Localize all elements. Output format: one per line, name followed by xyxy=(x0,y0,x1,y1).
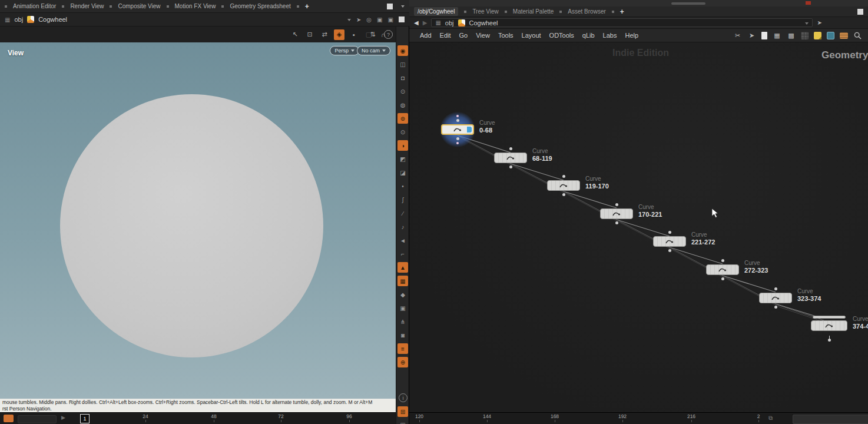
tab-material-palette[interactable]: Material Palette xyxy=(513,8,554,15)
diamond-icon[interactable]: ◆ xyxy=(397,289,408,300)
hook-icon[interactable]: ʃ xyxy=(397,194,408,205)
page-icon[interactable] xyxy=(761,32,767,39)
add-tab-button[interactable]: + xyxy=(620,8,624,16)
node-input-connector[interactable] xyxy=(668,231,671,234)
move-icon[interactable]: ⇄ xyxy=(319,29,330,40)
timeline[interactable]: ▶ 1 24 48 72 96 120 144 168 192 216 2 ⧉ xyxy=(0,412,868,424)
image-icon[interactable]: ▣ xyxy=(397,419,408,424)
path-dropdown-caret-icon[interactable] xyxy=(803,19,809,26)
pane-menu-caret-icon[interactable] xyxy=(399,3,405,9)
node-body[interactable] xyxy=(653,236,686,247)
scene-viewport[interactable]: View Persp No cam xyxy=(0,42,396,399)
box-a-icon[interactable]: ▣ xyxy=(377,16,382,23)
grid-a-icon[interactable]: ▦ xyxy=(773,31,781,40)
timeline-right-button[interactable] xyxy=(793,415,868,424)
menu-edit[interactable]: Edit xyxy=(440,32,451,39)
node-body[interactable] xyxy=(706,264,739,275)
node-curve-272-323[interactable]: Curve272-323 xyxy=(706,264,739,275)
target-icon[interactable]: ◎ xyxy=(366,16,372,23)
node-body[interactable] xyxy=(547,180,580,191)
needle-icon[interactable]: ∕ xyxy=(397,208,408,218)
help-icon[interactable]: ? xyxy=(384,30,393,39)
menu-odtools[interactable]: ODTools xyxy=(549,32,574,39)
snapshot-icon[interactable]: ◫ xyxy=(397,59,408,69)
location-icon[interactable]: ⊕ xyxy=(397,357,408,367)
pattern-icon[interactable]: ▦ xyxy=(397,276,408,286)
menu-help[interactable]: Help xyxy=(625,32,638,39)
pivot-icon[interactable]: ⊙ xyxy=(397,86,408,97)
pane-maximize-icon[interactable] xyxy=(857,9,863,15)
stop-icon[interactable]: ◙ xyxy=(397,330,408,340)
node-input-connector[interactable] xyxy=(562,175,565,178)
node-body[interactable] xyxy=(494,153,527,163)
display-flag[interactable] xyxy=(467,127,472,132)
menu-layout[interactable]: Layout xyxy=(522,32,541,39)
pin-icon[interactable]: ➤ xyxy=(747,31,756,40)
tab-render-view[interactable]: Render View xyxy=(70,3,104,9)
menu-qlib[interactable]: qLib xyxy=(582,32,595,39)
back-icon[interactable]: ◀ xyxy=(414,19,419,26)
forward-icon[interactable]: ▶ xyxy=(423,19,428,26)
pin-icon[interactable]: ➤ xyxy=(817,19,821,26)
node-body[interactable] xyxy=(759,293,792,303)
node-curve-68-119[interactable]: Curve68-119 xyxy=(494,153,527,163)
stack-icon[interactable]: ≡ xyxy=(397,343,408,354)
node-output-connector[interactable] xyxy=(668,249,671,252)
search-icon[interactable] xyxy=(853,31,862,40)
current-frame-indicator[interactable]: 1 xyxy=(80,414,90,423)
network-path-field[interactable]: ▦ obj Cogwheel xyxy=(431,18,813,27)
node-input-connector[interactable] xyxy=(615,203,618,206)
pane-white-square-icon[interactable] xyxy=(399,16,405,22)
frame-pin-icon[interactable]: ⊙ xyxy=(397,127,408,137)
node-curve-374-425[interactable]: Curve374-425 xyxy=(811,320,847,331)
node-curve-323-374[interactable]: Curve323-374 xyxy=(759,293,792,303)
path-current-node[interactable]: Cogwheel xyxy=(469,19,498,26)
node-output-connector[interactable] xyxy=(509,165,512,168)
box-icon[interactable]: ▣ xyxy=(397,303,408,313)
path-current-node[interactable]: Cogwheel xyxy=(38,16,67,23)
globe-icon[interactable]: ◍ xyxy=(397,100,408,110)
select-arrow-icon[interactable]: ↖ xyxy=(290,29,300,40)
tab-tree-view[interactable]: Tree View xyxy=(472,8,498,15)
handles-icon[interactable]: ◈ xyxy=(334,29,344,40)
jump-icon[interactable]: ➤ xyxy=(356,16,361,23)
node-input-connector[interactable] xyxy=(456,119,459,122)
tab-animation-editor[interactable]: Animation Editor xyxy=(13,3,56,9)
sort-icon[interactable]: ⇅ xyxy=(367,29,378,40)
select-visible-icon[interactable]: ◩ xyxy=(397,154,408,164)
play-icon[interactable]: ▶ xyxy=(61,415,65,420)
terrain-icon[interactable]: ▲ xyxy=(397,262,408,273)
lock-camera-icon[interactable]: ◘ xyxy=(397,72,408,83)
shading-mode-icon[interactable]: ◑ xyxy=(397,140,408,151)
point-icon[interactable]: • xyxy=(397,181,408,191)
pane-maximize-icon[interactable] xyxy=(387,4,393,9)
view-tool-icon[interactable]: ◉ xyxy=(397,45,408,56)
notes-icon[interactable]: ♪ xyxy=(397,221,408,232)
box-select-icon[interactable]: ⊡ xyxy=(304,29,315,40)
menu-add[interactable]: Add xyxy=(420,32,432,39)
node-body[interactable] xyxy=(441,124,474,135)
box-b-icon[interactable]: ▣ xyxy=(388,16,393,23)
node-curve-221-272[interactable]: Curve221-272 xyxy=(653,236,686,247)
playback-controls[interactable] xyxy=(18,415,57,423)
path-root[interactable]: obj xyxy=(445,19,454,26)
hand-icon[interactable]: ◄ xyxy=(397,235,408,246)
tab-composite-view[interactable]: Composite View xyxy=(118,3,160,9)
sticky-note-icon[interactable] xyxy=(814,32,821,39)
tab-motion-fx-view[interactable]: Motion FX View xyxy=(175,3,216,9)
branch-icon[interactable]: ⋔ xyxy=(397,316,408,327)
grid-icon[interactable]: ⊞ xyxy=(397,406,408,417)
strip-scroll-handle[interactable] xyxy=(671,2,705,5)
node-curve-119-170[interactable]: Curve119-170 xyxy=(547,180,580,191)
no-cam-button[interactable]: No cam xyxy=(357,46,390,55)
corner-icon[interactable]: ⌐ xyxy=(397,249,408,259)
background-image-icon[interactable] xyxy=(827,32,834,39)
persp-button[interactable]: Persp xyxy=(330,46,359,55)
path-dropdown-caret-icon[interactable] xyxy=(345,16,351,23)
shelf-icon[interactable] xyxy=(840,32,848,39)
solid-square-icon[interactable]: ▪ xyxy=(349,29,359,40)
select-contained-icon[interactable]: ◪ xyxy=(397,167,408,178)
tab-obj-cogwheel[interactable]: /obj/Cogwheel xyxy=(414,7,458,16)
tab-asset-browser[interactable]: Asset Browser xyxy=(568,8,605,15)
grid-b-icon[interactable]: ▩ xyxy=(787,31,796,40)
